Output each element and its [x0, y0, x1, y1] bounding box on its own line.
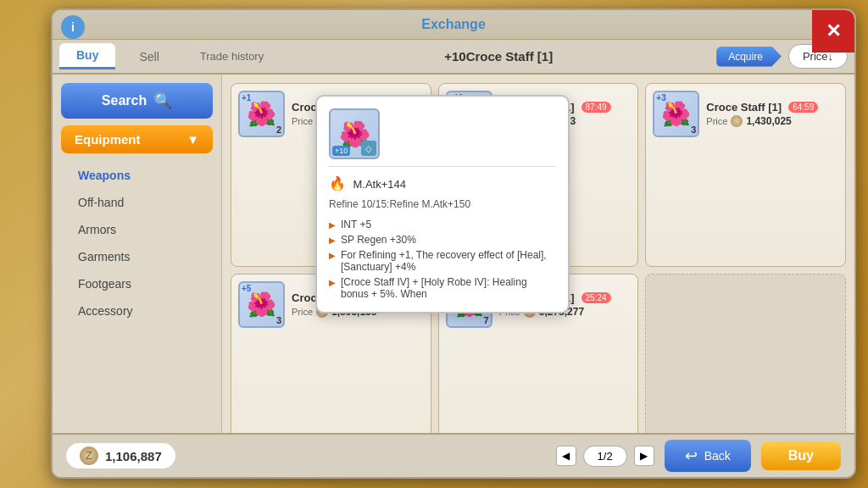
page-control: ◀ 1/2 ▶: [556, 446, 654, 467]
stack-count: 3: [276, 315, 281, 325]
category-offhand[interactable]: Off-hand: [68, 191, 206, 214]
tooltip-main-stat: M.Atk+144: [353, 178, 406, 191]
stack-count: 2: [276, 125, 281, 135]
page-prev-button[interactable]: ◀: [556, 446, 576, 466]
price-label: Price: [706, 116, 727, 126]
item-info: Croce Staff [1] 64:59 Price 1,430,025: [706, 101, 838, 127]
category-footgears[interactable]: Footgears: [68, 272, 206, 296]
arrow-icon: ▶: [329, 278, 336, 287]
item-timer: 87:49: [581, 102, 611, 113]
acquire-button[interactable]: Acquire: [716, 47, 782, 67]
back-label: Back: [704, 449, 731, 463]
tabs-row: Buy Sell Trade history +10Croce Staff [1…: [53, 40, 854, 75]
tooltip-refine-line: Refine 10/15:Refine M.Atk+150: [329, 198, 556, 210]
wallet: Z 1,106,887: [66, 443, 175, 469]
list-item-empty: [645, 274, 846, 458]
wallet-amount: 1,106,887: [105, 449, 162, 463]
item-icon: 🌺 +1 2: [238, 91, 285, 137]
tooltip-item-icon: 🌺 +10 ◇: [329, 108, 380, 159]
stack-count: 3: [691, 125, 696, 135]
selected-item-title: +10Croce Staff [1]: [287, 49, 709, 64]
back-button[interactable]: ↩ Back: [665, 440, 751, 472]
coin-icon: [731, 115, 743, 127]
equipment-label: Equipment: [75, 132, 141, 147]
item-icon: 🌺 +3 3: [653, 91, 699, 137]
price-label: Price: [292, 116, 313, 126]
search-button[interactable]: Search 🔍: [61, 83, 213, 119]
exchange-window: i Exchange Buy Sell Trade history +10Cro…: [51, 8, 856, 479]
page-next-button[interactable]: ▶: [634, 446, 654, 466]
buy-button[interactable]: Buy: [761, 441, 841, 470]
tooltip-stat-row: ▶ For Refining +1, The recovery effect o…: [329, 249, 556, 273]
tooltip-stat-row: ▶ SP Regen +30%: [329, 234, 556, 246]
category-accessory[interactable]: Accessory: [68, 299, 206, 323]
search-icon: 🔍: [153, 92, 172, 110]
category-armors[interactable]: Armors: [68, 218, 206, 241]
arrow-icon: ▶: [329, 251, 336, 260]
equipment-dropdown-button[interactable]: Equipment ▼: [61, 125, 213, 153]
refine-badge: +1: [242, 93, 251, 103]
category-garments[interactable]: Garments: [68, 245, 206, 269]
list-item[interactable]: 🌺 +3 3 Croce Staff [1] 64:59 Price 1,430…: [645, 83, 846, 267]
tooltip-stat-text: For Refining +1, The recovery effect of …: [341, 249, 556, 273]
arrow-icon: ▶: [329, 236, 336, 245]
item-timer: 64:59: [788, 102, 818, 113]
item-timer: 25:24: [581, 292, 611, 303]
arrow-icon: ▶: [329, 220, 336, 230]
refine-badge: +5: [242, 284, 251, 293]
item-icon: 🌺 +5 3: [238, 281, 285, 328]
category-list: Weapons Off-hand Armors Garments Footgea…: [61, 160, 213, 326]
page-info: 1/2: [583, 446, 627, 467]
info-button[interactable]: i: [61, 15, 85, 39]
tooltip-header: 🌺 +10 ◇: [329, 108, 556, 167]
window-header: i Exchange: [53, 10, 854, 40]
tab-trade-history[interactable]: Trade history: [183, 45, 281, 68]
item-name: Croce Staff [1]: [706, 101, 782, 114]
tab-sell[interactable]: Sell: [122, 45, 175, 69]
wallet-coin-icon: Z: [80, 446, 98, 465]
tooltip-refine-badge: +10: [332, 146, 350, 156]
chevron-down-icon: ▼: [186, 132, 199, 147]
stack-count: 7: [484, 315, 489, 325]
category-weapons[interactable]: Weapons: [68, 164, 206, 187]
item-tooltip: 🌺 +10 ◇ 🔥 M.Atk+144 Refine 10/15:Refine …: [315, 95, 570, 313]
tab-buy[interactable]: Buy: [59, 43, 115, 69]
tooltip-stat-row: ▶ [Croce Staff IV] + [Holy Robe IV]: Hea…: [329, 276, 556, 300]
bottom-bar: Z 1,106,887 ◀ 1/2 ▶ ↩ Back Buy: [53, 433, 854, 477]
price-label: Price: [292, 307, 313, 317]
window-title: Exchange: [421, 17, 486, 32]
fire-icon: 🔥: [329, 176, 346, 191]
tooltip-stat-text: INT +5: [341, 219, 371, 230]
close-button[interactable]: [812, 10, 854, 53]
tooltip-stat-row: ▶ INT +5: [329, 219, 556, 230]
tooltip-attr-icon: ◇: [361, 141, 376, 156]
tooltip-stats: ▶ INT +5 ▶ SP Regen +30% ▶ For Refining …: [329, 219, 556, 300]
price-value: 1,430,025: [746, 115, 791, 127]
tooltip-stat-text: [Croce Staff IV] + [Holy Robe IV]: Heali…: [341, 276, 556, 300]
tooltip-stat-text: SP Regen +30%: [341, 234, 416, 246]
search-label: Search: [102, 93, 147, 108]
back-icon: ↩: [685, 446, 698, 465]
sidebar: Search 🔍 Equipment ▼ Weapons Off-hand Ar…: [53, 75, 222, 465]
refine-badge: +3: [656, 93, 665, 103]
